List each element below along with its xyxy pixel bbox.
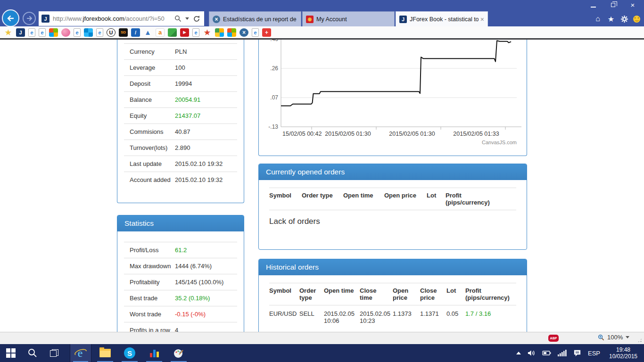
ie-page-favicon[interactable]: e <box>74 28 81 37</box>
info-row: Turnover(lots)2.890 <box>124 140 237 156</box>
account-info-table: CurrencyPLNLeverage100Deposit19994Balanc… <box>124 43 237 188</box>
opened-orders-title: Currently opened orders <box>259 164 527 180</box>
column-header: Lot <box>446 287 465 301</box>
feedback-smiley-icon[interactable] <box>633 16 640 23</box>
address-bar[interactable]: J http://www.jforexbook.com/account/?i=5… <box>39 11 204 26</box>
historical-orders-title: Historical orders <box>259 259 527 275</box>
info-row: Balance20054.91 <box>124 91 237 107</box>
home-icon[interactable]: ⌂ <box>594 15 602 23</box>
system-tray: ESP 19:4810/02/2015 <box>516 346 644 360</box>
browser-status-bar: ABP 100% <box>0 332 644 344</box>
start-button[interactable] <box>0 344 22 362</box>
window-controls: × <box>586 1 639 9</box>
dukascopy-favicon[interactable]: ◉ <box>306 16 314 23</box>
forward-arrow-icon <box>25 14 33 23</box>
add-favorite-star-icon[interactable]: ★ <box>4 28 13 37</box>
taskbar-chart-app-button[interactable] <box>143 344 165 362</box>
close-tab-icon[interactable]: × <box>480 16 484 23</box>
forward-button[interactable] <box>23 12 36 25</box>
grid-logo-favicon[interactable] <box>215 28 224 37</box>
green-logo-favicon[interactable] <box>168 28 177 37</box>
info-label: Best trade <box>124 295 175 302</box>
column-header: Close time <box>360 287 393 301</box>
windows-favicon[interactable] <box>84 28 93 37</box>
ie-page-favicon[interactable]: e <box>252 28 259 37</box>
windows-logo-icon <box>6 348 16 358</box>
column-header: Close price <box>420 287 446 301</box>
taskbar-explorer-button[interactable] <box>94 344 116 362</box>
taskbar-skype-button[interactable]: S <box>119 344 140 362</box>
ie-page-favicon[interactable]: e <box>28 28 35 37</box>
zoom-dropdown-icon[interactable] <box>626 336 629 338</box>
info-value: 2015.02.10 19:32 <box>175 160 223 167</box>
back-button[interactable] <box>2 9 19 27</box>
settings-gear-icon[interactable] <box>620 15 628 23</box>
info-value: 1444 (6.74%) <box>175 263 212 270</box>
browser-toolbar: ⌂ ★ <box>594 15 640 23</box>
taskbar-clock[interactable]: 19:4810/02/2015 <box>606 346 640 360</box>
ie-page-favicon[interactable]: e <box>39 28 46 37</box>
zoom-control[interactable]: 100% <box>598 334 629 341</box>
u-logo-favicon[interactable]: U <box>107 28 116 37</box>
stats-site-favicon[interactable]: × <box>213 16 220 23</box>
pink-logo-favicon[interactable] <box>61 28 70 37</box>
microsoft-favicon[interactable] <box>49 28 58 37</box>
file-explorer-icon <box>99 349 111 357</box>
action-center-icon[interactable] <box>573 349 582 357</box>
zoom-magnifier-icon <box>598 334 604 341</box>
profit-chart-panel[interactable]: .46.26.07-.1315/02/05 00:422015/02/05 01… <box>258 40 527 156</box>
microsoft-favicon[interactable] <box>227 28 236 37</box>
info-row: CurrencyPLN <box>124 43 237 59</box>
star-logo-favicon[interactable]: ★ <box>203 28 212 37</box>
x-circle-favicon[interactable]: × <box>239 28 248 37</box>
clock-date: 10/02/2015 <box>609 353 637 360</box>
info-label: Currency <box>124 48 175 55</box>
sd-logo-favicon[interactable]: SD <box>119 28 128 37</box>
column-header: Symbol <box>269 192 302 206</box>
resize-grip[interactable] <box>637 338 642 343</box>
favorites-bar: ★JeeeeUSD/▲a▶e★×e+ <box>0 26 644 38</box>
browser-tab[interactable]: ×Estadísticas de un report de Du... <box>209 11 301 26</box>
x-axis-tick-label: 15/02/05 00:42 <box>282 131 322 137</box>
jforex-favicon[interactable]: J <box>16 28 25 37</box>
profit-line-chart[interactable]: .46.26.07-.1315/02/05 00:422015/02/05 01… <box>259 40 527 155</box>
network-signal-icon[interactable] <box>558 349 567 357</box>
restore-button[interactable] <box>606 1 619 9</box>
youtube-favicon[interactable]: ▶ <box>180 28 189 37</box>
browser-tab[interactable]: JJForex Book - statistical tools× <box>396 11 488 26</box>
browser-tab[interactable]: ◉My Account <box>302 11 395 26</box>
close-button[interactable]: × <box>626 1 639 9</box>
taskbar-paint-button[interactable] <box>168 344 190 362</box>
taskbar-ie-button[interactable]: e <box>70 344 91 362</box>
battery-icon[interactable] <box>542 349 552 357</box>
info-value: 19994 <box>175 80 192 87</box>
address-dropdown-icon[interactable] <box>185 17 189 20</box>
language-indicator[interactable]: ESP <box>588 350 600 357</box>
table-row: EUR/USDSELL2015.02.05 10:062015.02.05 10… <box>269 305 516 328</box>
adblock-plus-icon[interactable]: ABP <box>548 335 559 342</box>
amazon-favicon[interactable]: a <box>156 28 165 37</box>
hidden-icons-icon[interactable] <box>516 352 521 354</box>
task-view-icon <box>50 349 58 357</box>
info-row: Deposit19994 <box>124 75 237 91</box>
blue-slash-logo-favicon[interactable]: / <box>131 28 140 37</box>
task-view-button[interactable] <box>43 344 65 362</box>
favorites-star-icon[interactable]: ★ <box>607 15 615 23</box>
restore-icon <box>611 3 615 7</box>
info-label: Last update <box>124 160 175 167</box>
column-header: Order type <box>302 192 343 206</box>
jforex-favicon[interactable]: J <box>399 16 407 23</box>
ie-page-favicon[interactable]: e <box>192 28 199 37</box>
taskbar: e S ESP 19:4810/02/2015 <box>0 344 644 362</box>
taskbar-search-button[interactable] <box>22 344 43 362</box>
url-text[interactable]: http://www.jforexbook.com/account/?i=50 <box>53 15 174 22</box>
ie-page-favicon[interactable]: e <box>96 28 103 37</box>
search-icon[interactable] <box>174 15 182 22</box>
volume-icon[interactable] <box>527 349 536 357</box>
minimize-button[interactable] <box>586 1 600 9</box>
triangle-logo-favicon[interactable]: ▲ <box>143 28 152 37</box>
refresh-icon[interactable] <box>193 15 200 23</box>
plus-logo-favicon[interactable]: + <box>262 28 271 37</box>
info-value: 2015.02.10 19:32 <box>175 176 223 183</box>
internet-explorer-icon: e <box>74 346 87 360</box>
